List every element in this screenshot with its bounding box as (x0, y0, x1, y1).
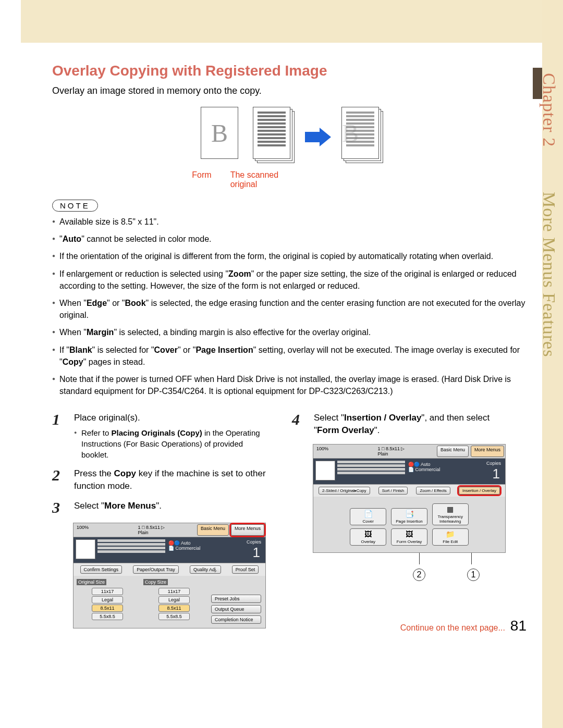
right-sidebar: Chapter 2 More Menus Features (542, 0, 563, 728)
step-1: 1 Place original(s). Refer to Placing Or… (52, 412, 271, 460)
steps-columns: 1 Place original(s). Refer to Placing Or… (52, 412, 532, 628)
arrow-icon (305, 128, 331, 146)
left-column: 1 Place original(s). Refer to Placing Or… (52, 412, 271, 628)
page-number: 81 (510, 618, 527, 634)
proof-button[interactable]: Proof Set (232, 565, 259, 574)
right-column: 4 Select "Insertion / Overlay", and then… (292, 412, 511, 628)
basic-menu-button[interactable]: Basic Menu (437, 446, 469, 457)
result-pages: B (341, 107, 383, 164)
paper-tray-button[interactable]: Paper/Output Tray (133, 565, 179, 574)
note-item: Note that if the power is turned OFF whe… (52, 373, 532, 397)
form-overlay-button[interactable]: 🖼Form Overlay (391, 528, 427, 546)
form-overlay-icon: 🖼 (391, 530, 427, 539)
note-item: If the orientation of the original is di… (52, 250, 532, 262)
confirm-button[interactable]: Confirm Settings (80, 565, 123, 574)
step-3: 3 Select "More Menus". (52, 500, 271, 515)
basic-menu-button[interactable]: Basic Menu (197, 524, 229, 536)
top-bar (21, 0, 542, 43)
intro-text: Overlay an image stored in memory onto t… (52, 85, 532, 96)
more-menus-button[interactable]: More Menus (471, 446, 504, 457)
page-title: Overlay Copying with Registered Image (52, 63, 532, 79)
note-item: Available size is 8.5" x 11". (52, 216, 532, 228)
cover-icon: 📄 (350, 510, 386, 519)
callout-lines (292, 553, 511, 564)
tab-marker (533, 68, 542, 99)
callouts: 2 1 (292, 569, 511, 581)
form-page: B (201, 107, 242, 164)
section-label: More Menus Features (539, 192, 559, 357)
screenshot-1: 100% 1 □ 8.5x11 ▷Plain Basic Menu More M… (73, 523, 266, 628)
scanned-label: The scanned original (230, 170, 288, 189)
more-menus-button[interactable]: More Menus (231, 524, 264, 536)
quality-button[interactable]: Quality Adj. (190, 565, 221, 574)
callout-2: 2 (413, 569, 425, 581)
tab-2sided[interactable]: 2-Sided / Original▸Copy (319, 487, 370, 495)
preview-thumb (315, 461, 335, 480)
page-insertion-icon: 📑 (391, 510, 427, 519)
overlay-icon: 🖼 (350, 530, 386, 539)
file-edit-icon: 📁 (433, 530, 468, 539)
scanned-pages (253, 107, 295, 164)
note-item: If "Blank" is selected for "Cover" or "P… (52, 344, 532, 368)
screenshot-2: 100% 1 □ 8.5x11 ▷Plain Basic Menu More M… (313, 444, 506, 553)
preset-button[interactable]: Preset Jobs (211, 595, 261, 603)
continue-text: Continue on the next page... (400, 623, 505, 633)
callout-1: 1 (467, 569, 480, 581)
page-content: Overlay Copying with Registered Image Ov… (52, 63, 532, 628)
step-1-sub: Refer to Placing Originals (Copy) in the… (74, 427, 271, 460)
form-label: Form (192, 170, 211, 189)
page-insertion-button[interactable]: 📑Page Insertion (391, 508, 427, 525)
transparency-icon: ▦ (433, 505, 468, 514)
tab-insertion[interactable]: Insertion / Overlay (459, 487, 500, 495)
transparency-button[interactable]: ▦Transparency Interleaving (432, 503, 469, 525)
tab-zoom[interactable]: Zoom / Effects (416, 487, 450, 495)
note-item: If enlargement or reduction is selected … (52, 268, 532, 292)
step-2: 2 Press the Copy key if the machine is s… (52, 467, 271, 492)
notes-list: Available size is 8.5" x 11". "Auto" can… (52, 216, 532, 397)
file-edit-button[interactable]: 📁File Edit (432, 528, 469, 546)
tab-sort[interactable]: Sort / Finish (378, 487, 408, 495)
overlay-diagram: B B (52, 107, 532, 164)
diagram-labels: Form The scanned original (52, 170, 532, 189)
overlay-button[interactable]: 🖼Overlay (350, 528, 386, 546)
note-item: When "Edge" or "Book" is selected, the e… (52, 297, 532, 321)
cover-button[interactable]: 📄Cover (350, 508, 386, 525)
note-item: When "Margin" is selected, a binding mar… (52, 326, 532, 338)
note-item: "Auto" cannot be selected in color mode. (52, 233, 532, 245)
preview-thumb (76, 539, 95, 559)
page-footer: Continue on the next page... 81 (400, 618, 527, 634)
step-4: 4 Select "Insertion / Overlay", and then… (292, 412, 511, 437)
note-pill: NOTE (52, 200, 98, 212)
completion-button[interactable]: Completion Notice (211, 615, 261, 624)
queue-button[interactable]: Output Queue (211, 605, 261, 613)
